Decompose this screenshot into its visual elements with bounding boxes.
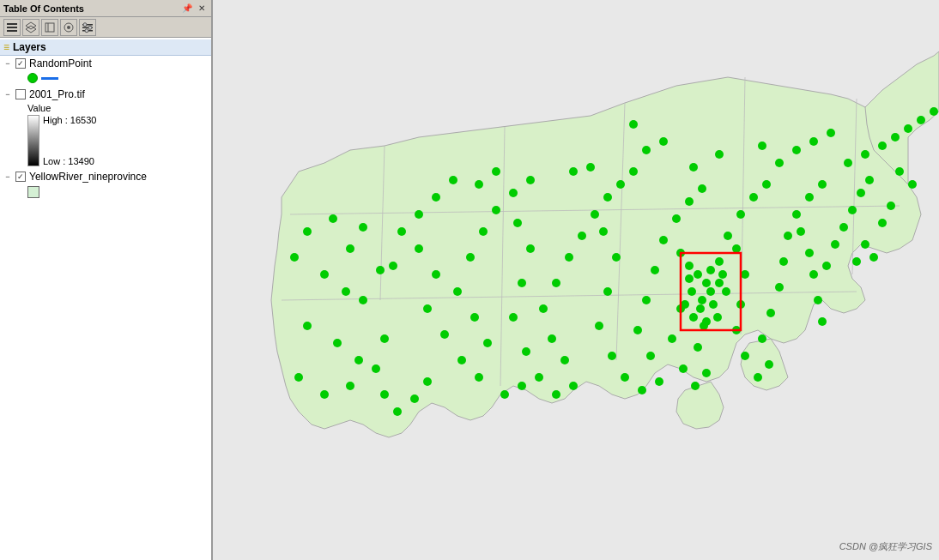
svg-point-146 [688, 287, 696, 296]
line-symbol [41, 77, 58, 80]
checkbox-raster[interactable] [15, 89, 26, 99]
svg-point-159 [393, 407, 402, 416]
svg-point-152 [709, 300, 718, 309]
checkbox-yellowriver[interactable] [15, 172, 26, 182]
svg-point-26 [320, 270, 329, 279]
svg-point-44 [432, 270, 440, 279]
map-area[interactable]: CSDN @疯狂学习GIS [213, 0, 939, 560]
svg-point-68 [552, 279, 560, 287]
svg-point-69 [565, 253, 573, 262]
svg-point-12 [83, 22, 87, 26]
options-button[interactable] [79, 19, 96, 36]
svg-point-161 [423, 377, 432, 386]
svg-point-124 [814, 296, 822, 304]
svg-point-82 [655, 377, 663, 386]
svg-point-169 [715, 150, 724, 159]
svg-point-173 [827, 129, 835, 137]
svg-point-87 [659, 236, 668, 244]
source-view-button[interactable] [41, 19, 58, 36]
svg-point-164 [586, 163, 595, 172]
svg-point-38 [389, 262, 397, 270]
legend-row-yellowriver [27, 185, 208, 199]
svg-point-163 [518, 382, 526, 390]
svg-point-41 [432, 193, 440, 202]
layer-name-randompoint[interactable]: RandomPoint [29, 57, 92, 69]
toc-content: ≡ Layers − RandomPoint [0, 38, 211, 560]
toc-toolbar [0, 17, 211, 38]
legend-yellowriver [27, 184, 208, 201]
layers-title: Layers [13, 41, 46, 53]
svg-point-149 [715, 279, 724, 287]
svg-point-8 [67, 26, 70, 29]
svg-point-33 [320, 390, 329, 399]
svg-point-162 [500, 390, 509, 399]
svg-point-58 [526, 244, 535, 253]
svg-point-56 [526, 176, 535, 184]
svg-point-37 [359, 296, 367, 304]
svg-point-132 [844, 159, 852, 167]
svg-point-85 [642, 296, 651, 304]
svg-point-54 [492, 206, 500, 214]
svg-point-133 [861, 150, 869, 159]
svg-point-100 [706, 287, 715, 296]
legend-randompoint [27, 70, 208, 86]
svg-point-155 [689, 313, 698, 322]
svg-point-65 [560, 356, 569, 364]
close-icon[interactable]: ✕ [196, 3, 208, 15]
layer-row-raster: − 2001_Pro.tif [3, 87, 208, 101]
svg-point-47 [457, 356, 466, 364]
svg-point-168 [689, 163, 698, 172]
svg-point-135 [891, 133, 900, 142]
svg-point-167 [659, 137, 668, 146]
svg-point-147 [698, 296, 706, 304]
selection-view-button[interactable] [60, 19, 77, 36]
expand-yellowriver[interactable]: − [3, 172, 12, 181]
svg-point-130 [857, 189, 865, 197]
svg-point-116 [779, 257, 788, 266]
svg-point-144 [694, 270, 702, 279]
svg-point-81 [638, 386, 646, 394]
svg-point-170 [775, 159, 784, 167]
layer-view-button[interactable] [22, 19, 39, 36]
svg-point-89 [685, 197, 694, 206]
expand-raster[interactable]: − [3, 90, 12, 99]
svg-point-125 [818, 317, 827, 326]
svg-point-136 [904, 124, 912, 133]
svg-point-138 [930, 107, 938, 116]
svg-point-50 [470, 313, 479, 322]
svg-point-45 [423, 304, 432, 313]
layer-row-yellowriver: − YellowRiver_nineprovince [3, 170, 208, 184]
svg-point-105 [762, 180, 771, 189]
svg-point-181 [629, 120, 638, 129]
list-view-button[interactable] [3, 19, 21, 36]
svg-point-30 [333, 339, 342, 347]
layer-item-yellowriver: − YellowRiver_nineprovince [0, 169, 211, 202]
svg-point-141 [852, 257, 861, 266]
svg-point-32 [294, 373, 303, 382]
svg-point-77 [603, 287, 612, 296]
svg-point-118 [792, 210, 801, 219]
toc-header: Table Of Contents 📌 ✕ [0, 0, 211, 17]
layer-name-raster[interactable]: 2001_Pro.tif [29, 88, 85, 100]
svg-point-78 [595, 322, 603, 330]
svg-point-98 [694, 343, 702, 352]
svg-point-145 [702, 279, 711, 287]
svg-point-126 [822, 262, 831, 270]
layer-name-yellowriver[interactable]: YellowRiver_nineprovince [29, 171, 147, 183]
svg-rect-5 [45, 23, 54, 32]
svg-point-40 [415, 210, 423, 219]
expand-randompoint[interactable]: − [3, 59, 12, 68]
svg-point-52 [466, 253, 475, 262]
svg-rect-1 [7, 27, 17, 28]
svg-point-34 [346, 382, 354, 390]
checkbox-randompoint[interactable] [15, 58, 26, 69]
svg-point-107 [741, 270, 749, 279]
svg-rect-0 [7, 23, 17, 25]
svg-point-160 [410, 394, 419, 403]
svg-point-165 [569, 167, 578, 176]
svg-point-75 [599, 227, 608, 236]
pin-icon[interactable]: 📌 [181, 3, 193, 15]
legend-row-randompoint [27, 72, 208, 84]
svg-point-151 [696, 304, 705, 313]
point-symbol [27, 73, 38, 83]
